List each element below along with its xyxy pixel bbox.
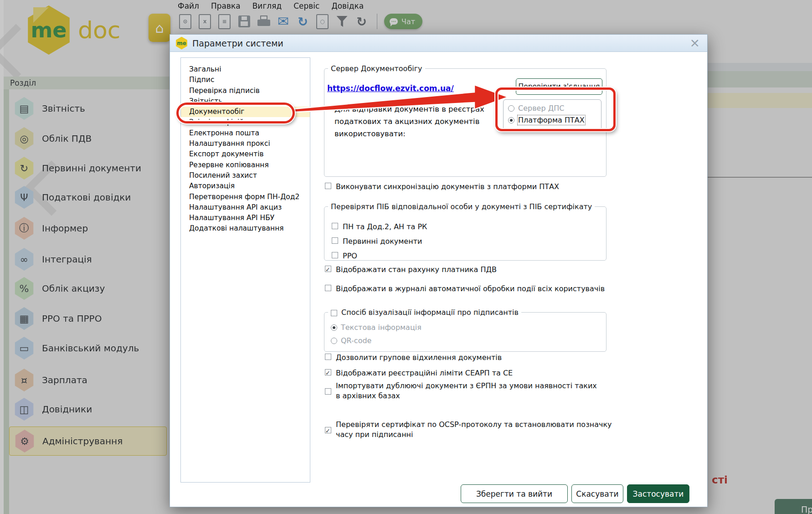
sidebar-item-3[interactable]: ↻Первинні документи bbox=[9, 155, 167, 181]
checkbox-icon[interactable] bbox=[325, 285, 331, 291]
server-description: Для відправки документів в реєстрах пода… bbox=[334, 103, 493, 140]
chat-button[interactable]: ···Чат bbox=[384, 14, 422, 29]
sidebar-item-8[interactable]: ▦РРО та ПРРО bbox=[9, 306, 167, 331]
dialog-nav-item[interactable]: Налаштування API акциз bbox=[181, 202, 310, 213]
filter-icon[interactable] bbox=[334, 12, 350, 31]
dialog-nav-item[interactable]: Посилений захист bbox=[181, 170, 310, 181]
dialog-nav-item[interactable]: Резервне копіювання bbox=[181, 160, 310, 170]
chat-button-label: Чат bbox=[401, 17, 415, 26]
sidebar-item-2[interactable]: ◎Облік ПДВ bbox=[9, 126, 167, 151]
sidebar-item-label: Податкові довідки bbox=[42, 192, 131, 203]
administration-hex-icon: ⚙ bbox=[14, 430, 35, 452]
save-icon[interactable] bbox=[236, 12, 252, 31]
option-checkbox-row[interactable]: Дозволити групове відхилення документів bbox=[325, 353, 502, 363]
option-checkbox-row[interactable]: Перевіряти сертифікат по OCSP-протоколу … bbox=[325, 420, 621, 440]
report-doc-icon-shape: ⊙ bbox=[179, 14, 191, 29]
checkbox-icon[interactable] bbox=[332, 252, 338, 258]
save-and-exit-button[interactable]: Зберегти та вийти bbox=[461, 484, 568, 503]
menu-item-Сервіс[interactable]: Сервіс bbox=[293, 1, 319, 10]
visualization-checkbox[interactable] bbox=[331, 310, 337, 316]
checkbox-icon[interactable] bbox=[325, 427, 331, 433]
sidebar-item-label: РРО та ПРРО bbox=[42, 313, 102, 324]
visualization-radio-row[interactable]: Текстова інформація bbox=[331, 323, 421, 332]
dialog-nav-item[interactable]: Перевірка підписів bbox=[181, 86, 310, 96]
menu-item-Довідка[interactable]: Довідка bbox=[331, 1, 364, 10]
checkbox-icon[interactable] bbox=[325, 369, 331, 375]
export-doc-icon[interactable]: x bbox=[196, 12, 213, 31]
home-button[interactable]: ⌂ bbox=[149, 14, 170, 42]
checkbox-label: Виконувати синхронізацію документів з пл… bbox=[336, 182, 559, 192]
close-icon[interactable]: × bbox=[689, 36, 700, 50]
checkbox-icon[interactable] bbox=[332, 223, 338, 229]
search-doc-icon-shape: ○ bbox=[316, 14, 329, 29]
primary-docs-hex-icon: ↻ bbox=[14, 157, 35, 180]
red-highlight-rect bbox=[495, 87, 616, 131]
background-partial-green-button[interactable]: Пр bbox=[775, 499, 812, 514]
mail-exchange-icon[interactable]: ↻ bbox=[294, 12, 311, 31]
checkbox-icon[interactable] bbox=[325, 388, 331, 395]
logo-doc-text: doc bbox=[78, 16, 120, 44]
checkbox-icon[interactable] bbox=[332, 237, 338, 244]
menu-item-Вигляд[interactable]: Вигляд bbox=[252, 1, 282, 10]
option-checkbox-row[interactable]: Відображати реєстраційні ліміти СЕАРП та… bbox=[325, 368, 513, 378]
radio-label: Текстова інформація bbox=[341, 323, 421, 332]
sidebar-item-label: Інформер bbox=[42, 223, 88, 234]
radio-icon[interactable] bbox=[331, 324, 337, 331]
dialog-nav-item[interactable]: Електронна пошта bbox=[181, 128, 310, 139]
printer-shape bbox=[257, 15, 270, 28]
sidebar-item-12[interactable]: ⚙Адміністрування bbox=[9, 427, 167, 456]
dialog-nav-item[interactable]: Налаштування API НБУ bbox=[181, 213, 310, 223]
dialog-nav-item[interactable]: Експорт документів bbox=[181, 149, 310, 159]
apply-button[interactable]: Застосувати bbox=[627, 484, 689, 503]
checkbox-icon[interactable] bbox=[325, 183, 331, 189]
pib-checkbox-row[interactable]: Первинні документи bbox=[332, 236, 422, 247]
option-checkbox-row[interactable]: Імпортувати дублюючі документи з ЄРПН за… bbox=[325, 381, 598, 401]
dialog-nav-item[interactable]: Загальні bbox=[181, 64, 310, 75]
sidebar-header: Розділ bbox=[4, 77, 170, 89]
cancel-button[interactable]: Скасувати bbox=[571, 484, 623, 503]
integration-hex-icon: ∞ bbox=[14, 248, 35, 271]
dialog-nav-item[interactable]: Налаштування проксі bbox=[181, 139, 310, 149]
menu-bar: ФайлПравкаВиглядСервісДовідка bbox=[178, 1, 364, 10]
copy-docs-icon[interactable]: ≡ bbox=[216, 12, 233, 31]
sidebar-item-1[interactable]: ▤Звітність bbox=[9, 96, 167, 121]
sidebar-item-label: Інтеграція bbox=[42, 254, 92, 265]
sync-ptah-checkbox-row[interactable]: Виконувати синхронізацію документів з пл… bbox=[325, 182, 559, 192]
pib-checkbox-row[interactable]: РРО bbox=[332, 251, 357, 261]
sidebar-item-5[interactable]: ⓘІнформер bbox=[9, 216, 167, 241]
checkbox-icon[interactable] bbox=[325, 354, 331, 360]
menu-item-Правка[interactable]: Правка bbox=[211, 1, 241, 10]
report-doc-icon[interactable]: ⊙ bbox=[177, 12, 194, 31]
dialog-nav-item[interactable]: Додаткові налаштування bbox=[181, 223, 310, 234]
checkbox-icon[interactable] bbox=[325, 266, 331, 272]
print-icon[interactable] bbox=[255, 12, 272, 31]
docflow-link[interactable]: https://docflow.ezvit.com.ua/ bbox=[327, 84, 454, 93]
sidebar-item-7[interactable]: %Облік акцизу bbox=[9, 276, 167, 301]
dialog-nav-item[interactable]: Підпис bbox=[181, 75, 310, 85]
refresh-icon[interactable]: ↻ bbox=[353, 12, 370, 31]
dialog-nav-item[interactable]: Перетворення форм ПН-Дод2 bbox=[181, 192, 310, 202]
search-doc-icon[interactable]: ○ bbox=[314, 12, 331, 31]
report-hex-icon: ▤ bbox=[14, 97, 35, 120]
bank-hex-icon: ▭ bbox=[14, 337, 35, 360]
sidebar-item-label: Облік ПДВ bbox=[42, 133, 92, 144]
option-checkbox-row[interactable]: Відображати стан рахунку платника ПДВ bbox=[325, 265, 497, 275]
menu-item-Файл[interactable]: Файл bbox=[178, 1, 199, 10]
checkbox-label: Перевіряти сертифікат по OCSP-протоколу … bbox=[336, 420, 621, 440]
send-mail-icon[interactable]: ✉ bbox=[275, 12, 292, 31]
pib-checkbox-row[interactable]: ПН та Дод.2, АН та РК bbox=[332, 222, 427, 232]
sidebar-item-9[interactable]: ▭Банківський модуль bbox=[9, 335, 167, 361]
checkbox-label: ПН та Дод.2, АН та РК bbox=[343, 222, 427, 232]
sidebar-item-10[interactable]: ¤Зарплата bbox=[9, 367, 167, 393]
sidebar-item-6[interactable]: ∞Інтеграція bbox=[9, 247, 167, 272]
left-edge-strip bbox=[0, 0, 4, 514]
visualization-radio-row[interactable]: QR-code bbox=[331, 336, 371, 345]
dialog-nav-item[interactable]: Авторизація bbox=[181, 181, 310, 191]
visualization-legend[interactable]: Спосіб візуалізації інформації про підпи… bbox=[328, 308, 521, 317]
sidebar-item-4[interactable]: ΨПодаткові довідки bbox=[9, 185, 167, 210]
tax-certificates-hex-icon: Ψ bbox=[14, 186, 35, 209]
radio-icon[interactable] bbox=[331, 338, 337, 344]
sidebar-item-11[interactable]: ◫Довідники bbox=[9, 396, 167, 422]
option-checkbox-row[interactable]: Відображати в журналі автоматичної оброб… bbox=[325, 284, 605, 294]
sidebar-accent-strip bbox=[4, 77, 9, 514]
